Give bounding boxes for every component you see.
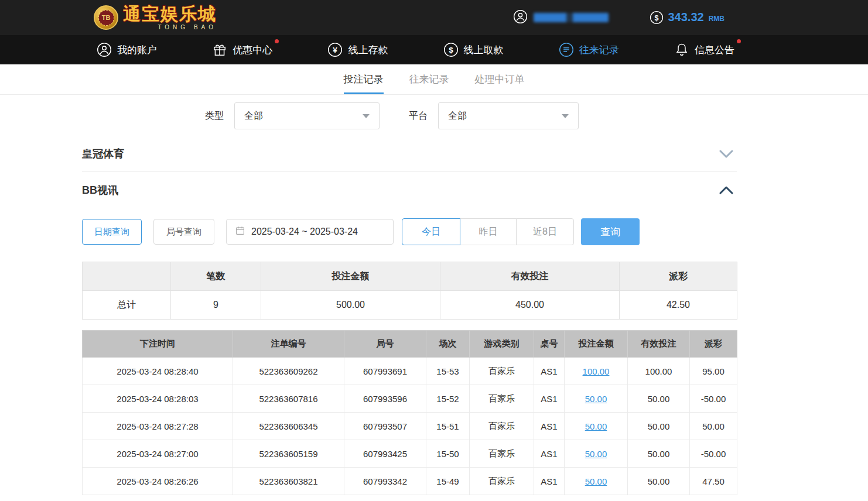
summary-header-cell: 派彩 bbox=[620, 262, 737, 291]
last-8-days-button[interactable]: 近8日 bbox=[516, 218, 574, 245]
logo-subtitle: TONG BAO bbox=[123, 24, 217, 30]
platform-select[interactable]: 全部 bbox=[438, 102, 579, 129]
nav-item-deposit[interactable]: ¥线上存款 bbox=[327, 42, 388, 57]
bet-amount-link[interactable]: 100.00 bbox=[583, 366, 610, 376]
cell-bet-id: 522363609262 bbox=[233, 358, 344, 385]
query-bar: 日期查询 局号查询 2025-03-24 ~ 2025-03-24 今日 昨日 … bbox=[82, 218, 737, 245]
nav-item-label: 我的账户 bbox=[117, 43, 157, 57]
cell-bet-time: 2025-03-24 08:28:03 bbox=[83, 385, 233, 413]
type-filter-label: 类型 bbox=[205, 110, 224, 122]
table-row: 2025-03-24 08:26:26522363603821607993342… bbox=[83, 468, 737, 495]
summary-value: 42.50 bbox=[620, 291, 737, 320]
cell-bet-id: 522363603821 bbox=[233, 468, 344, 495]
user-info[interactable] bbox=[513, 9, 609, 26]
chevron-up-icon[interactable] bbox=[719, 186, 737, 194]
cell-game-type: 百家乐 bbox=[470, 358, 534, 385]
summary-value: 500.00 bbox=[261, 291, 440, 320]
date-query-button[interactable]: 日期查询 bbox=[82, 219, 142, 245]
detail-header-cell: 有效投注 bbox=[628, 331, 690, 358]
bet-amount-link[interactable]: 50.00 bbox=[585, 476, 607, 486]
cell-payout: 47.50 bbox=[690, 468, 737, 495]
balance-amount: 343.32 bbox=[668, 11, 704, 24]
notification-dot bbox=[275, 39, 279, 43]
cell-table-no: AS1 bbox=[534, 440, 565, 468]
nav-item-label: 线上取款 bbox=[464, 43, 504, 57]
nav-item-promotions[interactable]: 优惠中心 bbox=[212, 42, 272, 57]
dollar-icon: $ bbox=[650, 11, 664, 25]
table-row: 2025-03-24 08:27:00522363605159607993425… bbox=[83, 440, 737, 468]
detail-header-cell: 投注金额 bbox=[565, 331, 628, 358]
nav-item-withdraw[interactable]: $线上取款 bbox=[443, 42, 504, 57]
cell-bet-time: 2025-03-24 08:27:28 bbox=[83, 413, 233, 440]
search-button[interactable]: 查询 bbox=[581, 218, 640, 245]
summary-header-cell: 有效投注 bbox=[440, 262, 620, 291]
cell-session-no: 15-53 bbox=[426, 358, 470, 385]
detail-header-cell: 桌号 bbox=[534, 331, 565, 358]
table-row: 2025-03-24 08:27:28522363606345607993507… bbox=[83, 413, 737, 440]
deposit-icon: ¥ bbox=[327, 42, 343, 57]
nav-item-notices[interactable]: 信息公告 bbox=[674, 42, 734, 57]
summary-header-row: 笔数投注金额有效投注派彩 bbox=[83, 262, 737, 291]
cell-round-no: 607993596 bbox=[344, 385, 426, 413]
detail-header-cell: 局号 bbox=[344, 331, 426, 358]
detail-header-row: 下注时间注单编号局号场次游戏类别桌号投注金额有效投注派彩 bbox=[83, 331, 737, 358]
tab-pending-orders[interactable]: 处理中订单 bbox=[475, 64, 525, 94]
nav-item-records[interactable]: 往来记录 bbox=[559, 42, 619, 57]
cell-bet-id: 522363607816 bbox=[233, 385, 344, 413]
cell-table-no: AS1 bbox=[534, 413, 565, 440]
nav-item-account[interactable]: 我的账户 bbox=[97, 42, 157, 57]
quick-range-group: 今日 昨日 近8日 bbox=[402, 218, 574, 245]
tab-transaction-records[interactable]: 往来记录 bbox=[409, 64, 449, 94]
site-logo[interactable]: TB 通宝娱乐城 TONG BAO bbox=[94, 5, 217, 30]
cell-valid-bet: 50.00 bbox=[628, 413, 690, 440]
tab-bet-records[interactable]: 投注记录 bbox=[344, 64, 384, 94]
top-header: TB 通宝娱乐城 TONG BAO $ 343.32 RMB bbox=[0, 0, 868, 35]
cell-round-no: 607993425 bbox=[344, 440, 426, 468]
logo-coin-tb-label: TB bbox=[98, 10, 114, 26]
type-select[interactable]: 全部 bbox=[234, 102, 380, 129]
cell-payout: -50.00 bbox=[690, 440, 737, 468]
cell-session-no: 15-50 bbox=[426, 440, 470, 468]
detail-header-cell: 派彩 bbox=[690, 331, 737, 358]
summary-total-row: 总计9500.00450.0042.50 bbox=[83, 291, 737, 320]
nav-item-label: 优惠中心 bbox=[233, 43, 272, 57]
cell-valid-bet: 100.00 bbox=[628, 358, 690, 385]
cell-valid-bet: 50.00 bbox=[628, 468, 690, 495]
gift-icon bbox=[212, 42, 227, 57]
bet-amount-link[interactable]: 50.00 bbox=[585, 421, 607, 431]
summary-total-label: 总计 bbox=[83, 291, 171, 320]
cell-table-no: AS1 bbox=[534, 385, 565, 413]
round-query-button[interactable]: 局号查询 bbox=[153, 219, 214, 245]
records-icon bbox=[559, 42, 574, 57]
yesterday-button[interactable]: 昨日 bbox=[460, 218, 517, 245]
cell-bet-time: 2025-03-24 08:28:40 bbox=[83, 358, 233, 385]
nav-item-label: 信息公告 bbox=[695, 43, 734, 57]
logo-title: 通宝娱乐城 bbox=[123, 5, 217, 23]
main-content: 类型 全部 平台 全部 皇冠体育 BB视讯 日期查询 局号查询 2025-03-… bbox=[82, 102, 737, 495]
cell-session-no: 15-49 bbox=[426, 468, 470, 495]
cell-bet-amount: 50.00 bbox=[565, 385, 628, 413]
cell-bet-id: 522363605159 bbox=[233, 440, 344, 468]
svg-text:$: $ bbox=[449, 46, 453, 54]
platform-select-value: 全部 bbox=[448, 110, 467, 122]
date-range-input[interactable]: 2025-03-24 ~ 2025-03-24 bbox=[226, 219, 394, 245]
summary-header-cell: 笔数 bbox=[171, 262, 261, 291]
logo-text: 通宝娱乐城 TONG BAO bbox=[123, 5, 217, 30]
chevron-down-icon[interactable] bbox=[719, 150, 737, 158]
username-masked bbox=[534, 13, 609, 22]
logo-coin-icon: TB bbox=[94, 5, 118, 30]
section-bb-live: BB视讯 bbox=[82, 171, 737, 209]
bet-amount-link[interactable]: 50.00 bbox=[585, 449, 607, 459]
cell-game-type: 百家乐 bbox=[470, 413, 534, 440]
detail-header-cell: 场次 bbox=[426, 331, 470, 358]
today-button[interactable]: 今日 bbox=[402, 218, 460, 245]
nav-item-label: 往来记录 bbox=[579, 43, 619, 57]
type-select-value: 全部 bbox=[244, 110, 263, 122]
bet-amount-link[interactable]: 50.00 bbox=[585, 394, 607, 404]
cell-game-type: 百家乐 bbox=[470, 440, 534, 468]
cell-bet-id: 522363606345 bbox=[233, 413, 344, 440]
balance[interactable]: $ 343.32 RMB bbox=[650, 11, 725, 25]
detail-header-cell: 下注时间 bbox=[83, 331, 233, 358]
section-crown-sports: 皇冠体育 bbox=[82, 136, 737, 171]
calendar-icon bbox=[235, 225, 245, 238]
